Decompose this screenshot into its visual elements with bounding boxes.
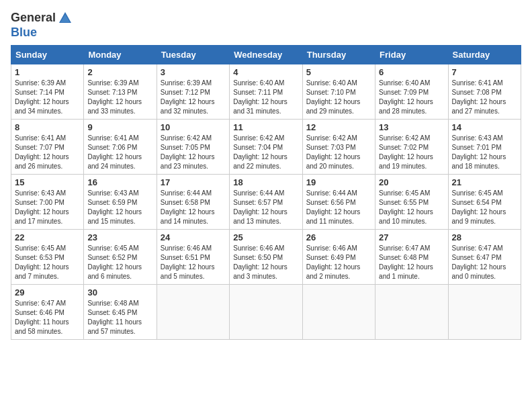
- calendar-cell: 21Sunrise: 6:45 AMSunset: 6:54 PMDayligh…: [448, 174, 521, 229]
- calendar-week-row: 8Sunrise: 6:41 AMSunset: 7:07 PMDaylight…: [11, 119, 521, 174]
- calendar-cell: [375, 284, 448, 339]
- day-of-week-header: Thursday: [302, 45, 375, 64]
- day-number: 7: [452, 67, 517, 77]
- calendar-cell: 17Sunrise: 6:44 AMSunset: 6:58 PMDayligh…: [157, 174, 229, 229]
- day-number: 15: [15, 177, 80, 187]
- day-info: Sunrise: 6:45 AMSunset: 6:52 PMDaylight:…: [87, 244, 152, 281]
- day-info: Sunrise: 6:46 AMSunset: 6:50 PMDaylight:…: [233, 244, 298, 281]
- day-info: Sunrise: 6:43 AMSunset: 7:01 PMDaylight:…: [452, 134, 517, 171]
- day-of-week-header: Tuesday: [157, 45, 229, 64]
- day-info: Sunrise: 6:44 AMSunset: 6:58 PMDaylight:…: [161, 189, 226, 226]
- logo: General Blue: [11, 11, 73, 40]
- calendar-cell: [230, 284, 302, 339]
- day-info: Sunrise: 6:43 AMSunset: 7:00 PMDaylight:…: [15, 189, 80, 226]
- day-info: Sunrise: 6:48 AMSunset: 6:45 PMDaylight:…: [87, 299, 152, 336]
- calendar-cell: 15Sunrise: 6:43 AMSunset: 7:00 PMDayligh…: [11, 174, 84, 229]
- calendar-cell: 9Sunrise: 6:41 AMSunset: 7:06 PMDaylight…: [84, 119, 157, 174]
- calendar-week-row: 1Sunrise: 6:39 AMSunset: 7:14 PMDaylight…: [11, 64, 521, 119]
- day-info: Sunrise: 6:41 AMSunset: 7:08 PMDaylight:…: [452, 79, 517, 116]
- logo-general-text: General: [11, 11, 73, 26]
- day-info: Sunrise: 6:47 AMSunset: 6:48 PMDaylight:…: [379, 244, 444, 281]
- day-info: Sunrise: 6:45 AMSunset: 6:54 PMDaylight:…: [452, 189, 517, 226]
- day-number: 30: [87, 287, 152, 298]
- calendar-cell: 22Sunrise: 6:45 AMSunset: 6:53 PMDayligh…: [11, 229, 84, 284]
- day-number: 14: [452, 122, 517, 132]
- calendar-table: SundayMondayTuesdayWednesdayThursdayFrid…: [11, 45, 521, 340]
- day-number: 13: [379, 122, 444, 132]
- calendar-cell: 30Sunrise: 6:48 AMSunset: 6:45 PMDayligh…: [84, 284, 157, 339]
- calendar-cell: 10Sunrise: 6:42 AMSunset: 7:05 PMDayligh…: [157, 119, 229, 174]
- calendar-cell: 11Sunrise: 6:42 AMSunset: 7:04 PMDayligh…: [230, 119, 302, 174]
- day-info: Sunrise: 6:41 AMSunset: 7:06 PMDaylight:…: [87, 134, 152, 171]
- day-number: 12: [306, 122, 371, 132]
- day-info: Sunrise: 6:40 AMSunset: 7:10 PMDaylight:…: [306, 79, 371, 116]
- day-info: Sunrise: 6:45 AMSunset: 6:53 PMDaylight:…: [15, 244, 80, 281]
- day-number: 22: [15, 232, 80, 242]
- day-number: 9: [87, 122, 152, 132]
- day-number: 8: [15, 122, 80, 132]
- day-number: 18: [233, 177, 298, 187]
- calendar-cell: 29Sunrise: 6:47 AMSunset: 6:46 PMDayligh…: [11, 284, 84, 339]
- calendar-cell: 25Sunrise: 6:46 AMSunset: 6:50 PMDayligh…: [230, 229, 302, 284]
- calendar-header: SundayMondayTuesdayWednesdayThursdayFrid…: [11, 45, 521, 64]
- calendar-cell: 12Sunrise: 6:42 AMSunset: 7:03 PMDayligh…: [302, 119, 375, 174]
- calendar-cell: 8Sunrise: 6:41 AMSunset: 7:07 PMDaylight…: [11, 119, 84, 174]
- day-info: Sunrise: 6:42 AMSunset: 7:02 PMDaylight:…: [379, 134, 444, 171]
- calendar-cell: 20Sunrise: 6:45 AMSunset: 6:55 PMDayligh…: [375, 174, 448, 229]
- calendar-cell: [157, 284, 229, 339]
- day-of-week-header: Saturday: [448, 45, 521, 64]
- day-of-week-header: Wednesday: [230, 45, 302, 64]
- day-number: 25: [233, 232, 298, 242]
- calendar-cell: 4Sunrise: 6:40 AMSunset: 7:11 PMDaylight…: [230, 64, 302, 119]
- day-info: Sunrise: 6:43 AMSunset: 6:59 PMDaylight:…: [87, 189, 152, 226]
- day-info: Sunrise: 6:42 AMSunset: 7:05 PMDaylight:…: [161, 134, 226, 171]
- calendar-cell: 1Sunrise: 6:39 AMSunset: 7:14 PMDaylight…: [11, 64, 84, 119]
- day-number: 23: [87, 232, 152, 242]
- day-number: 17: [161, 177, 226, 187]
- calendar-cell: 14Sunrise: 6:43 AMSunset: 7:01 PMDayligh…: [448, 119, 521, 174]
- day-number: 24: [161, 232, 226, 242]
- calendar-week-row: 22Sunrise: 6:45 AMSunset: 6:53 PMDayligh…: [11, 229, 521, 284]
- calendar-cell: 5Sunrise: 6:40 AMSunset: 7:10 PMDaylight…: [302, 64, 375, 119]
- calendar-cell: 7Sunrise: 6:41 AMSunset: 7:08 PMDaylight…: [448, 64, 521, 119]
- day-info: Sunrise: 6:44 AMSunset: 6:57 PMDaylight:…: [233, 189, 298, 226]
- day-number: 3: [161, 67, 226, 77]
- day-info: Sunrise: 6:46 AMSunset: 6:49 PMDaylight:…: [306, 244, 371, 281]
- day-info: Sunrise: 6:39 AMSunset: 7:14 PMDaylight:…: [15, 79, 80, 116]
- calendar-cell: 6Sunrise: 6:40 AMSunset: 7:09 PMDaylight…: [375, 64, 448, 119]
- calendar-cell: 2Sunrise: 6:39 AMSunset: 7:13 PMDaylight…: [84, 64, 157, 119]
- day-number: 21: [452, 177, 517, 187]
- day-of-week-header: Monday: [84, 45, 157, 64]
- day-number: 6: [379, 67, 444, 77]
- calendar-cell: 26Sunrise: 6:46 AMSunset: 6:49 PMDayligh…: [302, 229, 375, 284]
- day-info: Sunrise: 6:39 AMSunset: 7:13 PMDaylight:…: [87, 79, 152, 116]
- day-info: Sunrise: 6:41 AMSunset: 7:07 PMDaylight:…: [15, 134, 80, 171]
- calendar-cell: 27Sunrise: 6:47 AMSunset: 6:48 PMDayligh…: [375, 229, 448, 284]
- day-number: 4: [233, 67, 298, 77]
- calendar-cell: 18Sunrise: 6:44 AMSunset: 6:57 PMDayligh…: [230, 174, 302, 229]
- day-info: Sunrise: 6:46 AMSunset: 6:51 PMDaylight:…: [161, 244, 226, 281]
- day-info: Sunrise: 6:39 AMSunset: 7:12 PMDaylight:…: [161, 79, 226, 116]
- day-number: 5: [306, 67, 371, 77]
- calendar-cell: [448, 284, 521, 339]
- day-info: Sunrise: 6:40 AMSunset: 7:09 PMDaylight:…: [379, 79, 444, 116]
- day-info: Sunrise: 6:40 AMSunset: 7:11 PMDaylight:…: [233, 79, 298, 116]
- day-number: 20: [379, 177, 444, 187]
- day-number: 1: [15, 67, 80, 77]
- day-number: 19: [306, 177, 371, 187]
- day-number: 29: [15, 287, 80, 298]
- calendar-cell: 16Sunrise: 6:43 AMSunset: 6:59 PMDayligh…: [84, 174, 157, 229]
- day-number: 11: [233, 122, 298, 132]
- day-info: Sunrise: 6:42 AMSunset: 7:04 PMDaylight:…: [233, 134, 298, 171]
- calendar-week-row: 29Sunrise: 6:47 AMSunset: 6:46 PMDayligh…: [11, 284, 521, 339]
- calendar-week-row: 15Sunrise: 6:43 AMSunset: 7:00 PMDayligh…: [11, 174, 521, 229]
- day-number: 10: [161, 122, 226, 132]
- day-info: Sunrise: 6:44 AMSunset: 6:56 PMDaylight:…: [306, 189, 371, 226]
- day-number: 2: [87, 67, 152, 77]
- day-of-week-header: Friday: [375, 45, 448, 64]
- page-header: General Blue: [11, 11, 521, 40]
- calendar-cell: 19Sunrise: 6:44 AMSunset: 6:56 PMDayligh…: [302, 174, 375, 229]
- day-number: 26: [306, 232, 371, 242]
- day-info: Sunrise: 6:45 AMSunset: 6:55 PMDaylight:…: [379, 189, 444, 226]
- calendar-cell: 24Sunrise: 6:46 AMSunset: 6:51 PMDayligh…: [157, 229, 229, 284]
